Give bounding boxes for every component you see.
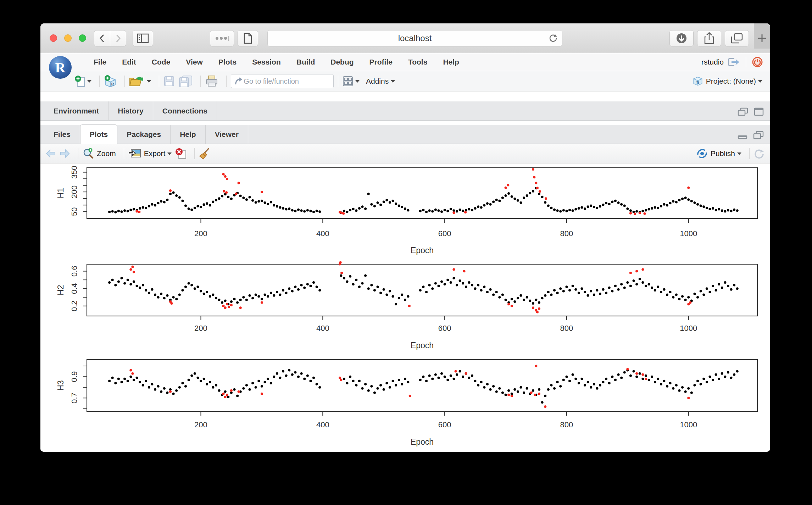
panes-layout-button[interactable] — [343, 76, 360, 87]
x-tick-label: 400 — [316, 324, 329, 333]
menubar-right: rstudio — [701, 56, 770, 68]
reader-button[interactable] — [238, 30, 258, 46]
downloads-icon — [675, 32, 688, 44]
pane-window-controls — [738, 107, 770, 116]
rstudio-logo: R — [49, 56, 72, 79]
tab-help[interactable]: Help — [171, 125, 206, 144]
menu-view[interactable]: View — [186, 58, 202, 66]
forward-button[interactable] — [110, 30, 126, 46]
chevron-down-icon — [391, 80, 395, 83]
menu-edit[interactable]: Edit — [122, 58, 136, 66]
x-tick-label: 1000 — [680, 324, 697, 333]
goto-file-search[interactable] — [231, 74, 334, 88]
tab-environment[interactable]: Environment — [44, 101, 109, 120]
maximize-pane-icon[interactable] — [754, 107, 764, 116]
project-menu-button[interactable]: R Project: (None) — [693, 76, 770, 87]
menu-session[interactable]: Session — [252, 58, 281, 66]
menu-build[interactable]: Build — [296, 58, 315, 66]
divider — [159, 76, 159, 87]
save-button[interactable] — [163, 76, 175, 87]
tab-history[interactable]: History — [109, 101, 153, 120]
tab-viewer[interactable]: Viewer — [206, 125, 248, 144]
tab-plots[interactable]: Plots — [80, 124, 117, 144]
x-tick-label: 800 — [560, 324, 573, 333]
traffic-lights — [50, 34, 86, 42]
minimize-pane-icon[interactable] — [738, 131, 747, 139]
reload-button[interactable] — [549, 33, 558, 45]
goto-arrow-icon — [235, 77, 243, 85]
x-tick-label: 600 — [438, 229, 451, 238]
print-icon — [205, 75, 218, 87]
new-file-button[interactable] — [74, 75, 91, 87]
new-tab-button[interactable] — [754, 23, 770, 49]
zoom-plot-button[interactable]: Zoom — [83, 148, 116, 159]
back-icon — [100, 35, 104, 42]
tab-connections[interactable]: Connections — [153, 101, 217, 120]
url-text[interactable]: localhost — [268, 33, 562, 43]
tab-group-button[interactable] — [210, 30, 234, 46]
clear-all-plots-button[interactable] — [199, 148, 211, 160]
new-tab-icon — [757, 34, 767, 43]
y-tick-label: 0.7 — [70, 393, 79, 404]
menu-plots[interactable]: Plots — [218, 58, 237, 66]
new-project-button[interactable]: R — [104, 75, 117, 88]
sign-out-icon[interactable] — [728, 57, 740, 67]
menu-code[interactable]: Code — [152, 58, 171, 66]
menu-help[interactable]: Help — [443, 58, 459, 66]
save-icon — [163, 76, 175, 87]
plot-box-h3 — [87, 360, 757, 411]
export-plot-button[interactable]: Export — [128, 148, 172, 159]
url-bar[interactable]: localhost — [267, 30, 562, 46]
open-file-button[interactable] — [129, 75, 151, 87]
tab-packages[interactable]: Packages — [117, 125, 171, 144]
fullscreen-icon[interactable] — [79, 34, 86, 42]
back-button[interactable] — [94, 30, 110, 46]
publish-label: Publish — [711, 149, 735, 158]
goto-file-input[interactable] — [243, 77, 330, 86]
save-all-button[interactable] — [178, 75, 193, 87]
previous-plot-button[interactable] — [45, 149, 56, 158]
power-quit-icon[interactable] — [752, 56, 763, 68]
menu-debug[interactable]: Debug — [330, 58, 354, 66]
project-cube-icon: R — [693, 76, 703, 87]
sidebar-button[interactable] — [133, 30, 153, 46]
restore-pane-icon[interactable] — [738, 107, 748, 116]
y-tick-label: 50 — [70, 207, 79, 216]
tab-files[interactable]: Files — [44, 125, 80, 144]
reload-icon — [549, 33, 558, 43]
addins-button[interactable]: Addins — [363, 77, 395, 85]
titlebar-right — [669, 28, 765, 49]
svg-text:R: R — [111, 81, 115, 87]
refresh-plot-button[interactable] — [754, 148, 764, 159]
minimize-icon[interactable] — [64, 34, 72, 42]
export-image-icon — [128, 148, 141, 159]
restore-pane-icon[interactable] — [753, 131, 764, 139]
print-button[interactable] — [205, 75, 218, 87]
tab-overview-icon — [731, 33, 743, 44]
divider — [124, 76, 125, 87]
x-tick-label: 800 — [560, 420, 573, 429]
remove-plot-icon — [175, 148, 187, 159]
x-axis-label: Epoch — [411, 341, 434, 350]
chevron-down-icon — [147, 80, 151, 83]
tab-overview-button[interactable] — [725, 30, 749, 46]
downloads-button[interactable] — [669, 30, 694, 46]
y-tick-label: 0.9 — [70, 371, 79, 382]
menu-file[interactable]: File — [94, 58, 106, 66]
x-tick-label: 1000 — [680, 229, 697, 238]
plots-toolbar-right: Publish — [696, 148, 770, 159]
x-tick-label: 600 — [438, 420, 451, 429]
sidebar-icon — [137, 33, 149, 43]
y-tick-label: 350 — [70, 166, 79, 179]
plots-toolbar: Zoom Export Publish — [40, 144, 770, 163]
forward-icon — [117, 35, 120, 42]
x-tick-label: 600 — [438, 324, 451, 333]
scatter-plots: 200400600800100050200350H1Epoch200400600… — [40, 163, 770, 452]
share-button[interactable] — [697, 30, 721, 46]
publish-button[interactable]: Publish — [696, 149, 741, 158]
close-icon[interactable] — [50, 34, 57, 42]
remove-plot-button[interactable] — [175, 148, 187, 159]
next-plot-button[interactable] — [60, 149, 70, 158]
menu-profile[interactable]: Profile — [369, 58, 393, 66]
menu-tools[interactable]: Tools — [408, 58, 427, 66]
